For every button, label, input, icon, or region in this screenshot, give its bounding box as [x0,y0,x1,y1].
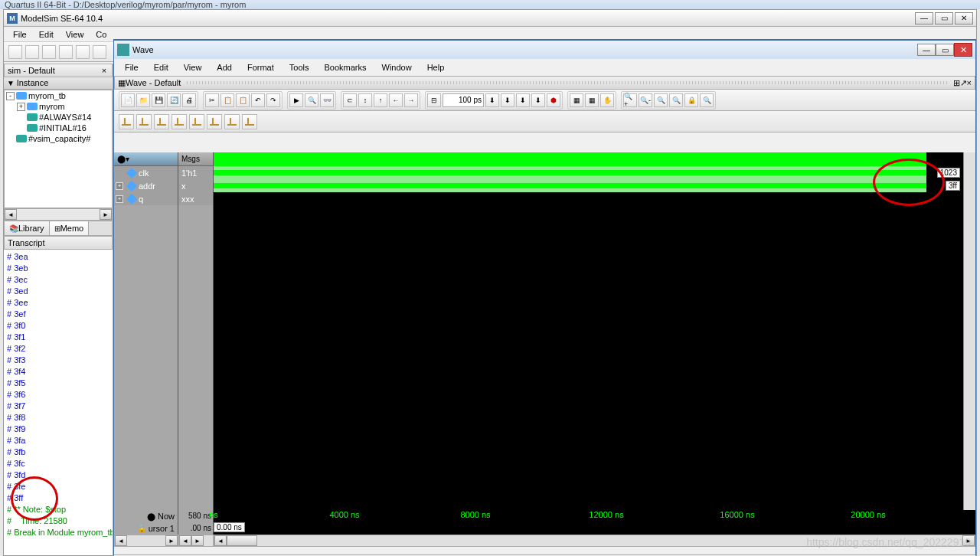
wave-menu-tools[interactable]: Tools [282,61,317,74]
tree-item-#INITIAL#16[interactable]: #INITIAL#16 [5,123,112,133]
wave-close-icon[interactable]: × [967,78,972,87]
zoom-lock-icon[interactable]: 🔒 [684,93,698,107]
print-icon[interactable]: 🖨 [182,93,196,107]
cursor-tool-1-icon[interactable] [119,114,134,129]
cursor-body[interactable]: 0.00 ns [214,522,975,535]
tb-open-icon[interactable] [25,45,39,59]
run-icon[interactable]: ▶ [289,93,303,107]
right-icon[interactable]: → [404,93,418,107]
tb-save-icon[interactable] [42,45,56,59]
signal-addr[interactable]: +addr [114,179,178,192]
continue-icon[interactable]: ⬇ [516,93,530,107]
paste-icon[interactable]: 📋 [236,93,250,107]
reload-icon[interactable]: 🔄 [167,93,181,107]
wave-undock-icon[interactable]: ↗ [960,78,967,88]
tb-new-icon[interactable] [8,45,22,59]
menu-compile[interactable]: Co [90,28,113,41]
wave-menu-help[interactable]: Help [420,61,452,74]
transcript-header[interactable]: Transcript [4,236,113,250]
signal-names-column[interactable]: ⬤▾ clk+addr+q [114,152,178,525]
break-icon[interactable]: ⬇ [531,93,545,107]
zoom-cursor-icon[interactable]: 🔍 [669,93,683,107]
sim-panel-close-icon[interactable]: × [100,66,109,75]
cursor-tool-2-icon[interactable] [136,114,152,129]
hand-icon[interactable]: ✋ [600,93,614,107]
wave-pin-icon[interactable]: ⊞ [953,78,960,88]
cursor-tool-7-icon[interactable] [224,114,240,129]
tree-item-#vsim_capacity#[interactable]: #vsim_capacity# [5,133,112,144]
wave-menu-edit[interactable]: Edit [146,61,176,74]
cursor-tool-5-icon[interactable] [189,114,204,129]
sim-panel-header[interactable]: sim - Default × [4,64,113,77]
redo-icon[interactable]: ↷ [266,93,280,107]
cursor-tool-6-icon[interactable] [207,114,222,129]
names-hscroll[interactable]: ◄► [114,535,178,547]
find-icon[interactable]: 🔍 [305,93,318,107]
save-icon[interactable]: 💾 [152,93,165,107]
wave-title-bar[interactable]: Wave — ▭ ✕ [114,41,975,59]
open-icon[interactable]: 📁 [136,93,150,107]
tab-library[interactable]: 📚 Library [5,221,50,235]
undo-icon[interactable]: ↶ [251,93,265,107]
wave-close-button[interactable]: ✕ [954,43,972,57]
wave-menu-format[interactable]: Format [240,61,282,74]
binoculars-icon[interactable]: 👓 [320,93,334,107]
wave-minimize-button[interactable]: — [917,44,936,56]
tree-hscroll[interactable]: ◄ ► [4,208,113,221]
scroll-right-icon[interactable]: ► [100,209,112,220]
wave-menu-window[interactable]: Window [374,61,420,74]
modelsim-title-bar[interactable]: M ModelSim SE-64 10.4 — ▭ ✕ [4,10,976,27]
tab-memory[interactable]: ⊞ Memo [50,221,90,235]
tree-item-myrom[interactable]: +myrom [5,101,112,112]
wave-menu-add[interactable]: Add [209,61,240,74]
up-icon[interactable]: ↑ [374,93,387,107]
instance-column-header[interactable]: ▼ Instance [4,77,113,90]
zoom-out-icon[interactable]: 🔍- [639,93,652,107]
wave-menu-file[interactable]: File [117,61,146,74]
signal-names-header[interactable]: ⬤▾ [114,152,178,166]
layout2-icon[interactable]: ▦ [585,93,599,107]
tb-print-icon[interactable] [59,45,73,59]
stop-icon[interactable]: ⬢ [547,93,560,107]
wave-maximize-button[interactable]: ▭ [936,44,954,56]
cursor-tool-4-icon[interactable] [172,114,187,129]
wave-canvas[interactable]: 1023 3ff [214,152,963,525]
layout1-icon[interactable]: ▦ [570,93,583,107]
close-button[interactable]: ✕ [955,12,973,25]
tree-item-myrom_tb[interactable]: -myrom_tb [5,90,112,101]
transcript-body[interactable]: # 3ea# 3eb# 3ec# 3ed# 3ee# 3ef# 3f0# 3f1… [4,250,113,555]
menu-view[interactable]: View [60,28,90,41]
tb-cut-icon[interactable] [76,45,90,59]
new-icon[interactable]: 📄 [121,93,135,107]
scroll-left-icon[interactable]: ◄ [5,209,17,220]
wave-default-header[interactable]: ▦ Wave - Default ⊞ ↗ × [114,76,975,90]
time-ruler[interactable]: ns4000 ns8000 ns12000 ns16000 ns20000 ns [214,510,975,522]
instance-tree[interactable]: -myrom_tb+myrom#ALWAYS#14#INITIAL#16#vsi… [4,90,113,208]
tree-item-#ALWAYS#14[interactable]: #ALWAYS#14 [5,112,112,123]
contains-icon[interactable]: ⊂ [343,93,357,107]
step-icon[interactable]: ⊟ [427,93,441,107]
wave-menu-bookmarks[interactable]: Bookmarks [316,61,374,74]
maximize-button[interactable]: ▭ [935,12,953,25]
zoom-in-icon[interactable]: 🔍+ [623,93,637,107]
signal-clk[interactable]: clk [114,166,178,179]
signal-q[interactable]: +q [114,192,178,205]
cursor-icon[interactable]: ↕ [358,93,372,107]
menu-file[interactable]: File [7,28,33,41]
cursor-marker[interactable]: 0.00 ns [214,522,245,532]
signal-msgs-column[interactable]: Msgs 1'h1xxxx [178,152,214,525]
cut-icon[interactable]: ✂ [205,93,219,107]
menu-edit[interactable]: Edit [33,28,60,41]
zoom-range-icon[interactable]: 🔍 [700,93,714,107]
wave-vscroll[interactable] [963,152,975,525]
tb-copy-icon[interactable] [93,45,106,59]
msgs-hscroll[interactable]: ◄► [178,535,214,547]
run-step-icon[interactable]: ⬇ [485,93,499,107]
zoom-full-icon[interactable]: 🔍 [654,93,668,107]
cursor-tool-3-icon[interactable] [154,114,169,129]
run-all-icon[interactable]: ⬇ [501,93,514,107]
left-icon[interactable]: ← [389,93,403,107]
copy-icon[interactable]: 📋 [220,93,234,107]
cursor-label[interactable]: 🔒 ursor 1 [114,522,178,535]
cursor-tool-8-icon[interactable] [242,114,257,129]
